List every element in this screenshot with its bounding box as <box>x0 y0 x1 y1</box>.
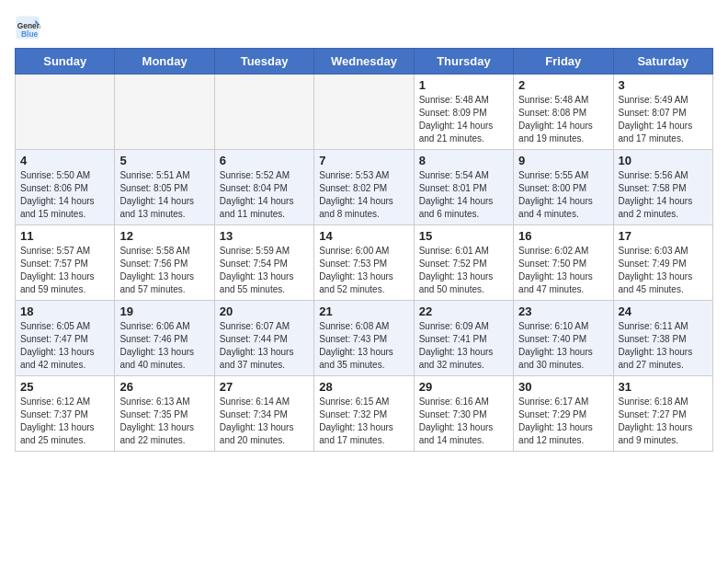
calendar-cell: 15Sunrise: 6:01 AM Sunset: 7:52 PM Dayli… <box>414 225 513 301</box>
calendar-cell: 4Sunrise: 5:50 AM Sunset: 8:06 PM Daylig… <box>16 150 115 225</box>
day-info: Sunrise: 5:58 AM Sunset: 7:56 PM Dayligh… <box>119 245 209 296</box>
calendar-cell <box>16 75 115 150</box>
day-number: 2 <box>518 78 608 92</box>
day-number: 24 <box>619 304 708 318</box>
calendar-cell: 20Sunrise: 6:07 AM Sunset: 7:44 PM Dayli… <box>214 301 313 376</box>
calendar-week-row: 1Sunrise: 5:48 AM Sunset: 8:09 PM Daylig… <box>16 75 713 150</box>
weekday-header-wednesday: Wednesday <box>314 49 414 75</box>
day-number: 6 <box>220 154 309 167</box>
day-number: 29 <box>419 380 508 394</box>
day-info: Sunrise: 6:10 AM Sunset: 7:40 PM Dayligh… <box>518 320 608 372</box>
calendar-cell: 18Sunrise: 6:05 AM Sunset: 7:47 PM Dayli… <box>16 301 115 376</box>
calendar-cell <box>314 75 414 150</box>
calendar-cell: 19Sunrise: 6:06 AM Sunset: 7:46 PM Dayli… <box>115 301 214 376</box>
day-info: Sunrise: 6:00 AM Sunset: 7:53 PM Dayligh… <box>319 245 408 296</box>
calendar-table: SundayMondayTuesdayWednesdayThursdayFrid… <box>15 48 713 452</box>
day-info: Sunrise: 5:56 AM Sunset: 7:58 PM Dayligh… <box>619 169 708 221</box>
calendar-cell: 31Sunrise: 6:18 AM Sunset: 7:27 PM Dayli… <box>613 376 712 452</box>
day-number: 30 <box>518 380 608 394</box>
weekday-header-tuesday: Tuesday <box>214 49 313 75</box>
day-number: 16 <box>518 229 608 243</box>
calendar-cell: 27Sunrise: 6:14 AM Sunset: 7:34 PM Dayli… <box>214 376 313 452</box>
day-number: 7 <box>319 154 408 167</box>
day-info: Sunrise: 5:53 AM Sunset: 8:02 PM Dayligh… <box>319 169 408 221</box>
day-info: Sunrise: 5:48 AM Sunset: 8:08 PM Dayligh… <box>518 94 608 145</box>
day-number: 15 <box>419 229 508 243</box>
calendar-cell: 17Sunrise: 6:03 AM Sunset: 7:49 PM Dayli… <box>613 225 712 301</box>
day-number: 21 <box>319 304 408 318</box>
day-number: 31 <box>619 380 708 394</box>
day-info: Sunrise: 6:15 AM Sunset: 7:32 PM Dayligh… <box>319 396 408 447</box>
day-number: 25 <box>20 380 109 394</box>
calendar-cell: 1Sunrise: 5:48 AM Sunset: 8:09 PM Daylig… <box>414 75 513 150</box>
day-number: 26 <box>119 380 209 394</box>
header: General Blue <box>15 15 713 40</box>
calendar-cell: 29Sunrise: 6:16 AM Sunset: 7:30 PM Dayli… <box>414 376 513 452</box>
day-info: Sunrise: 6:13 AM Sunset: 7:35 PM Dayligh… <box>119 396 209 447</box>
weekday-header-friday: Friday <box>514 49 613 75</box>
calendar-cell: 22Sunrise: 6:09 AM Sunset: 7:41 PM Dayli… <box>414 301 513 376</box>
calendar-cell: 25Sunrise: 6:12 AM Sunset: 7:37 PM Dayli… <box>16 376 115 452</box>
day-info: Sunrise: 6:02 AM Sunset: 7:50 PM Dayligh… <box>518 245 608 296</box>
calendar-cell: 6Sunrise: 5:52 AM Sunset: 8:04 PM Daylig… <box>214 150 313 225</box>
day-number: 17 <box>619 229 708 243</box>
day-info: Sunrise: 6:09 AM Sunset: 7:41 PM Dayligh… <box>419 320 508 372</box>
calendar-cell: 30Sunrise: 6:17 AM Sunset: 7:29 PM Dayli… <box>514 376 613 452</box>
logo: General Blue <box>15 15 44 40</box>
day-info: Sunrise: 6:18 AM Sunset: 7:27 PM Dayligh… <box>619 396 708 447</box>
calendar-week-row: 25Sunrise: 6:12 AM Sunset: 7:37 PM Dayli… <box>16 376 713 452</box>
calendar-cell <box>214 75 313 150</box>
calendar-cell: 16Sunrise: 6:02 AM Sunset: 7:50 PM Dayli… <box>514 225 613 301</box>
svg-text:Blue: Blue <box>21 29 38 39</box>
day-number: 1 <box>419 78 508 92</box>
day-info: Sunrise: 5:49 AM Sunset: 8:07 PM Dayligh… <box>619 94 708 145</box>
day-info: Sunrise: 6:06 AM Sunset: 7:46 PM Dayligh… <box>119 320 209 372</box>
day-info: Sunrise: 5:52 AM Sunset: 8:04 PM Dayligh… <box>220 169 309 221</box>
day-info: Sunrise: 6:16 AM Sunset: 7:30 PM Dayligh… <box>419 396 508 447</box>
calendar-cell: 10Sunrise: 5:56 AM Sunset: 7:58 PM Dayli… <box>613 150 712 225</box>
weekday-header-sunday: Sunday <box>16 49 115 75</box>
day-number: 23 <box>518 304 608 318</box>
day-number: 27 <box>220 380 309 394</box>
day-number: 14 <box>319 229 408 243</box>
day-info: Sunrise: 5:57 AM Sunset: 7:57 PM Dayligh… <box>20 245 109 296</box>
calendar-cell: 3Sunrise: 5:49 AM Sunset: 8:07 PM Daylig… <box>613 75 712 150</box>
calendar-cell: 7Sunrise: 5:53 AM Sunset: 8:02 PM Daylig… <box>314 150 414 225</box>
calendar-cell: 24Sunrise: 6:11 AM Sunset: 7:38 PM Dayli… <box>613 301 712 376</box>
calendar-week-row: 4Sunrise: 5:50 AM Sunset: 8:06 PM Daylig… <box>16 150 713 225</box>
day-number: 20 <box>220 304 309 318</box>
calendar-cell: 5Sunrise: 5:51 AM Sunset: 8:05 PM Daylig… <box>115 150 214 225</box>
calendar-cell: 13Sunrise: 5:59 AM Sunset: 7:54 PM Dayli… <box>214 225 313 301</box>
calendar-cell: 21Sunrise: 6:08 AM Sunset: 7:43 PM Dayli… <box>314 301 414 376</box>
day-number: 10 <box>619 154 708 167</box>
day-number: 8 <box>419 154 508 167</box>
day-number: 13 <box>220 229 309 243</box>
day-number: 5 <box>119 154 209 167</box>
day-info: Sunrise: 5:51 AM Sunset: 8:05 PM Dayligh… <box>119 169 209 221</box>
calendar-cell: 9Sunrise: 5:55 AM Sunset: 8:00 PM Daylig… <box>514 150 613 225</box>
day-info: Sunrise: 6:01 AM Sunset: 7:52 PM Dayligh… <box>419 245 508 296</box>
weekday-header-saturday: Saturday <box>613 49 712 75</box>
day-info: Sunrise: 5:48 AM Sunset: 8:09 PM Dayligh… <box>419 94 508 145</box>
day-number: 12 <box>119 229 209 243</box>
weekday-header-row: SundayMondayTuesdayWednesdayThursdayFrid… <box>16 49 713 75</box>
day-info: Sunrise: 6:05 AM Sunset: 7:47 PM Dayligh… <box>20 320 109 372</box>
day-info: Sunrise: 6:12 AM Sunset: 7:37 PM Dayligh… <box>20 396 109 447</box>
calendar-cell: 11Sunrise: 5:57 AM Sunset: 7:57 PM Dayli… <box>16 225 115 301</box>
day-info: Sunrise: 5:59 AM Sunset: 7:54 PM Dayligh… <box>220 245 309 296</box>
day-number: 22 <box>419 304 508 318</box>
day-info: Sunrise: 6:17 AM Sunset: 7:29 PM Dayligh… <box>518 396 608 447</box>
day-info: Sunrise: 5:55 AM Sunset: 8:00 PM Dayligh… <box>518 169 608 221</box>
day-number: 18 <box>20 304 109 318</box>
day-info: Sunrise: 6:14 AM Sunset: 7:34 PM Dayligh… <box>220 396 309 447</box>
calendar-week-row: 18Sunrise: 6:05 AM Sunset: 7:47 PM Dayli… <box>16 301 713 376</box>
day-number: 4 <box>20 154 109 167</box>
day-info: Sunrise: 5:50 AM Sunset: 8:06 PM Dayligh… <box>20 169 109 221</box>
calendar-cell: 14Sunrise: 6:00 AM Sunset: 7:53 PM Dayli… <box>314 225 414 301</box>
day-number: 28 <box>319 380 408 394</box>
calendar-week-row: 11Sunrise: 5:57 AM Sunset: 7:57 PM Dayli… <box>16 225 713 301</box>
day-info: Sunrise: 6:08 AM Sunset: 7:43 PM Dayligh… <box>319 320 408 372</box>
calendar-cell: 23Sunrise: 6:10 AM Sunset: 7:40 PM Dayli… <box>514 301 613 376</box>
calendar-cell: 8Sunrise: 5:54 AM Sunset: 8:01 PM Daylig… <box>414 150 513 225</box>
day-number: 11 <box>20 229 109 243</box>
